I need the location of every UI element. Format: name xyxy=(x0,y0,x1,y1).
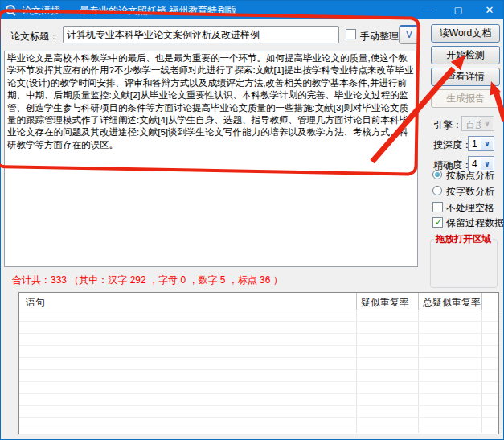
maximize-button[interactable]: ▢ xyxy=(446,1,470,19)
window-title: 论文潜搜——最专业的论文照妖镜 福州教育特别版 xyxy=(22,4,236,18)
read-word-doc-button[interactable]: 读Word文档 xyxy=(431,24,500,43)
by-wordcount-label: 按字数分析 xyxy=(446,185,494,199)
column-header-sentence[interactable]: 语句 xyxy=(26,296,45,310)
table-row[interactable] xyxy=(19,346,498,358)
table-row[interactable] xyxy=(19,382,498,394)
chevron-down-icon[interactable]: ∨ xyxy=(481,138,493,150)
table-row[interactable] xyxy=(19,418,498,430)
app-window: 论文潜搜——最专业的论文照妖镜 福州教育特别版 ─ ▢ ✕ 论文标题： 手动整理… xyxy=(0,0,504,440)
character-count-stats: 合计共：333 （其中：汉字 292 ，字母 0 ，数字 5 ，标点 36 ） xyxy=(12,273,283,287)
paper-title-label: 论文标题： xyxy=(10,30,59,43)
precision-value: 4 xyxy=(472,158,477,170)
check-icon: ✓ xyxy=(433,216,444,228)
minimize-button[interactable]: ─ xyxy=(416,1,440,19)
by-wordcount-radio[interactable] xyxy=(432,186,442,195)
table-row[interactable] xyxy=(19,358,498,370)
table-row[interactable] xyxy=(19,334,498,346)
search-depth-label: 搜深度： xyxy=(433,138,472,152)
title-bar[interactable]: 论文潜搜——最专业的论文照妖镜 福州教育特别版 ─ ▢ ✕ xyxy=(1,1,503,19)
search-depth-value: 1 xyxy=(472,138,477,150)
column-header-total-suspect-rate[interactable]: 总疑似重复率 xyxy=(423,296,481,310)
table-header: 语句 疑似重复率 总疑似重复率 xyxy=(19,293,498,310)
keep-process-data-checkbox[interactable]: ✓ xyxy=(432,217,443,228)
table-row[interactable] xyxy=(19,394,498,406)
expand-v-button[interactable]: V xyxy=(399,25,420,44)
dropzone-label: 拖放打开区域 xyxy=(434,233,493,245)
chevron-down-icon: ∨ xyxy=(481,117,493,130)
engine-select: 百度 ∨ xyxy=(461,116,494,131)
engine-label: 引擎： xyxy=(433,118,462,132)
ignore-spaces-checkbox[interactable] xyxy=(432,202,443,212)
results-table: 语句 疑似重复率 总疑似重复率 xyxy=(18,292,499,434)
by-punctuation-label: 按标点分析 xyxy=(446,169,494,183)
keep-process-data-label: 保留过程数据 xyxy=(446,216,504,230)
table-row[interactable] xyxy=(19,406,498,418)
table-row[interactable] xyxy=(19,310,498,322)
paper-title-input[interactable] xyxy=(63,26,339,43)
manual-arrange-checkbox[interactable] xyxy=(346,29,356,39)
view-details-button[interactable]: 查看详情 xyxy=(431,68,500,86)
dropzone-area[interactable]: 拖放打开区域 xyxy=(430,239,498,288)
start-detect-button[interactable]: 开始检测 xyxy=(431,46,500,64)
by-punctuation-radio[interactable] xyxy=(432,170,442,179)
ignore-spaces-label: 不处理空格 xyxy=(446,201,494,215)
close-button[interactable]: ✕ xyxy=(477,1,502,19)
generate-report-button: 生成报告 xyxy=(431,89,500,108)
table-row[interactable] xyxy=(19,322,498,334)
document-text-area[interactable]: 毕业论文是高校本科教学中的最后、也是最为重要的一个环节。如何提高毕业论文的质量,… xyxy=(4,51,418,267)
column-header-suspect-rate[interactable]: 疑似重复率 xyxy=(361,296,409,310)
search-depth-select[interactable]: 1 ∨ xyxy=(468,136,494,151)
manual-arrange-label: 手动整理 xyxy=(360,30,399,43)
table-body xyxy=(19,310,498,434)
magnifier-icon xyxy=(6,5,17,16)
table-row[interactable] xyxy=(19,430,498,434)
chevron-down-icon[interactable]: ∨ xyxy=(481,158,493,170)
table-row[interactable] xyxy=(19,370,498,382)
